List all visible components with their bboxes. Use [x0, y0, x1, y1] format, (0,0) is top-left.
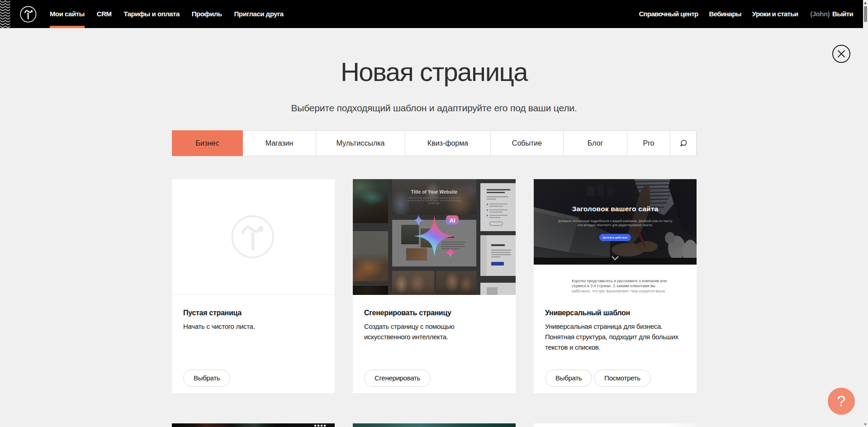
svg-text:AI: AI: [450, 217, 455, 224]
